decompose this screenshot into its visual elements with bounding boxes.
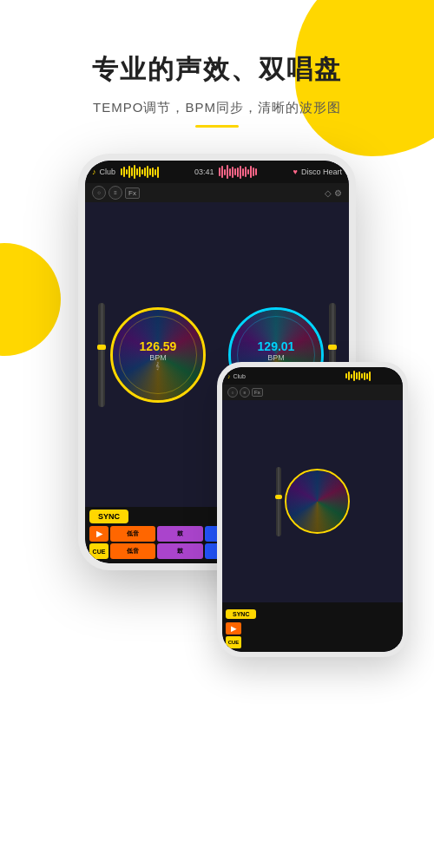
cue-button[interactable]: CUE: [89, 543, 108, 559]
pad-drum-1[interactable]: 鼓: [157, 526, 202, 542]
pad-bass-1[interactable]: 低音: [110, 526, 155, 542]
play-button[interactable]: ▶: [89, 526, 108, 542]
left-slider[interactable]: [98, 303, 105, 407]
secondary-power-button: [407, 411, 408, 428]
pad-drum-2[interactable]: 鼓: [157, 543, 202, 559]
left-bpm-value: 126.59: [140, 339, 177, 353]
time-display: 03:41: [194, 168, 214, 176]
waveform-left: [121, 164, 190, 180]
slider-thumb-right: [328, 345, 337, 350]
right-bpm-value: 129.01: [258, 339, 295, 353]
turntable-left[interactable]: 126.59 BPM 𝄞: [110, 307, 206, 403]
topbar-left: ♪ Club: [92, 168, 115, 176]
left-bpm-icon: 𝄞: [140, 362, 177, 371]
main-title: 专业的声效、双唱盘: [26, 52, 408, 88]
secondary-cue-button[interactable]: CUE: [226, 636, 241, 648]
topbar-right: ♥ Disco Heart: [293, 168, 342, 176]
sub-title: TEMPO调节，BPM同步，清晰的波形图: [26, 100, 408, 116]
secondary-play-button[interactable]: ▶: [226, 622, 241, 635]
gear-icon[interactable]: ⚙: [334, 188, 342, 198]
waveform-right: [219, 164, 288, 180]
secondary-track-name: Club: [233, 373, 246, 379]
secondary-loop-btn[interactable]: ○: [227, 387, 238, 398]
secondary-pad-row-2: CUE: [226, 636, 399, 648]
dj-topbar: ♪ Club: [85, 161, 349, 183]
secondary-eq-btn[interactable]: ≡: [240, 387, 250, 398]
secondary-turntable-bg: [286, 470, 348, 532]
pad-bass-2[interactable]: 低音: [110, 543, 155, 559]
secondary-fx-btn[interactable]: Fx: [252, 388, 263, 397]
accent-line: [195, 125, 239, 128]
slider-thumb-left: [97, 345, 106, 350]
secondary-topbar: ♪ Club: [222, 367, 403, 385]
phone-vol-left-button: [78, 299, 80, 343]
fx-button[interactable]: Fx: [125, 187, 140, 199]
slider-track-left: [101, 303, 103, 407]
secondary-sync-button[interactable]: SYNC: [226, 609, 256, 619]
secondary-slider[interactable]: [276, 467, 281, 536]
loop-button[interactable]: ○: [92, 186, 106, 200]
phones-container: ♪ Club: [26, 154, 408, 657]
right-track-name: Disco Heart: [301, 168, 342, 176]
deck-left: 126.59 BPM 𝄞: [89, 303, 215, 407]
phone-secondary: ♪ Club: [217, 362, 408, 657]
secondary-volume-button: [407, 437, 408, 454]
left-track-name: Club: [100, 168, 116, 176]
secondary-dj-screen: ♪ Club: [222, 367, 403, 652]
secondary-slider-track: [278, 467, 279, 536]
secondary-waveform: [345, 368, 398, 384]
deck-left-with-slider: 126.59 BPM 𝄞: [98, 303, 206, 407]
secondary-turntable[interactable]: [285, 469, 350, 534]
sync-button[interactable]: SYNC: [89, 510, 128, 523]
phone-power-button: [354, 230, 356, 256]
secondary-slider-thumb: [275, 495, 282, 499]
secondary-controls: ○ ≡ Fx: [222, 385, 403, 400]
secondary-vol-left: [217, 454, 218, 485]
secondary-decks: [222, 400, 403, 602]
left-controls: ○ ≡ Fx: [92, 186, 140, 200]
secondary-deck-slider: [276, 404, 350, 599]
secondary-pad-row-1: ▶: [226, 622, 399, 635]
left-bpm-label: BPM: [140, 353, 177, 362]
dj-controls-row: ○ ≡ Fx ◇ ⚙: [85, 183, 349, 202]
right-bpm-label: BPM: [258, 353, 295, 362]
phone-volume-button: [354, 265, 356, 291]
right-controls: ◇ ⚙: [325, 188, 342, 198]
secondary-sync-row: SYNC: [226, 604, 399, 621]
secondary-bottom: SYNC ▶ CUE: [222, 602, 403, 652]
diamond-icon[interactable]: ◇: [325, 188, 332, 198]
eq-button[interactable]: ≡: [108, 186, 122, 200]
turntable-center-left: 126.59 BPM 𝄞: [140, 339, 177, 371]
